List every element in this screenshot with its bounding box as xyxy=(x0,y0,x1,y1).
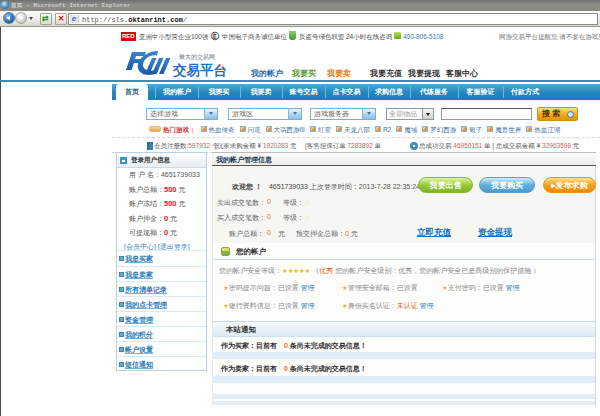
svg-text:最大的交易网: 最大的交易网 xyxy=(179,53,215,61)
svg-text:交易平台: 交易平台 xyxy=(172,63,227,78)
